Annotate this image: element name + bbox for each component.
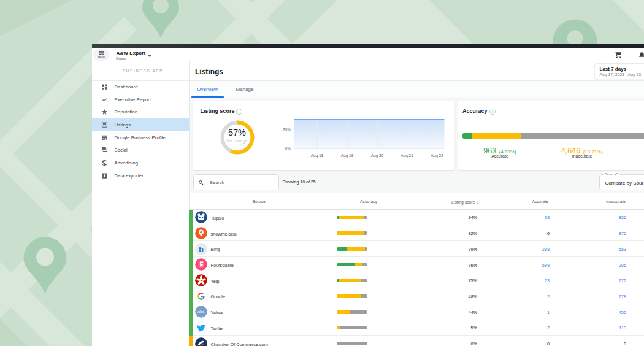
svg-text:Aug 22: Aug 22	[431, 153, 443, 158]
svg-text:yalwa: yalwa	[197, 310, 204, 313]
svg-text:Aug 21: Aug 21	[401, 153, 413, 158]
svg-text:Aug 19: Aug 19	[341, 153, 354, 158]
svg-text:20%: 20%	[283, 128, 291, 132]
svg-text:Aug 18: Aug 18	[311, 153, 324, 158]
svg-text:0%: 0%	[285, 147, 291, 151]
svg-text:b: b	[199, 244, 204, 253]
svg-text:Aug 20: Aug 20	[371, 153, 384, 158]
